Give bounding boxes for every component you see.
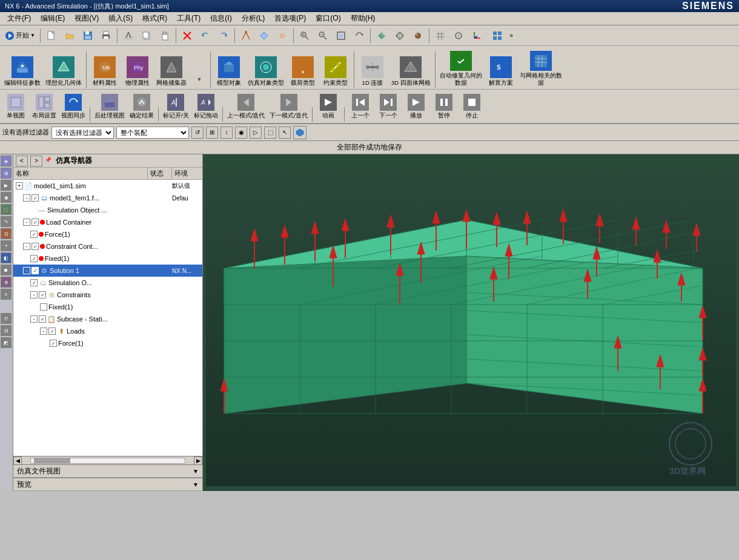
tree-item-force2[interactable]: Force(1) <box>13 337 202 349</box>
filter-icon-4[interactable]: ▷ <box>250 127 262 139</box>
checkbox-sol1[interactable] <box>31 267 39 274</box>
tree-item-fem[interactable]: - 🗂 model1_fem1.f... Defau <box>13 192 202 204</box>
nav-forward-btn[interactable]: > <box>30 156 42 166</box>
tree-item-fixed1[interactable]: Fixed(1) <box>13 252 202 265</box>
print-button[interactable] <box>98 27 114 44</box>
filter-icon-1[interactable]: ⊞ <box>206 127 218 139</box>
rotate-button[interactable] <box>351 27 368 44</box>
sidebar-icon-12[interactable]: ≡ <box>1 289 12 300</box>
menu-tools[interactable]: 工具(T) <box>172 12 205 25</box>
menu-window[interactable]: 窗口(O) <box>311 12 345 25</box>
expand-root[interactable]: + <box>16 182 23 189</box>
autofix-button[interactable]: 自动修复几何的数据 <box>438 49 484 88</box>
tree-item-constraints[interactable]: - ⊞ Constraints <box>13 289 202 301</box>
cube-icon[interactable] <box>293 126 307 139</box>
prev-btn[interactable]: 上一个 <box>347 91 374 122</box>
menu-insert[interactable]: 插入(S) <box>104 12 138 25</box>
zoom-out-button[interactable] <box>314 27 331 44</box>
1d-connect-button[interactable]: 1D 连接 <box>357 49 388 88</box>
expand-row1[interactable]: » <box>507 27 515 44</box>
tree-panel[interactable]: + 📄 model1_sim1.sim 默认值 - 🗂 model1_fem1.… <box>13 180 202 456</box>
single-view-button[interactable]: 单视图 <box>2 91 29 122</box>
pin-icon[interactable]: 📌 <box>45 157 53 165</box>
checkbox-fem[interactable] <box>31 194 39 202</box>
expand-fem[interactable]: - <box>23 194 30 202</box>
tree-item-subcase[interactable]: - 📋 Subcase - Stati... <box>13 313 202 325</box>
menu-format[interactable]: 格式(R) <box>138 12 172 25</box>
save-button[interactable] <box>79 27 96 44</box>
render-button[interactable] <box>409 27 426 44</box>
sim-file-view-panel[interactable]: 仿真文件视图 ▼ <box>13 464 202 478</box>
tree-item-root[interactable]: + 📄 model1_sim1.sim 默认值 <box>13 180 202 192</box>
expand-loads[interactable]: - <box>40 328 47 335</box>
tree-item-simobj2[interactable]: 🗂 Simulation O... <box>13 277 202 289</box>
sidebar-icon-1[interactable]: ◈ <box>1 156 12 166</box>
checkbox-loads[interactable] <box>48 328 56 335</box>
constraint-type-button[interactable]: 约束类型 <box>320 49 351 88</box>
postprocess-button[interactable]: 后处理视图 <box>93 91 127 122</box>
wireframe-button[interactable] <box>391 27 408 44</box>
expand-constraints[interactable]: - <box>30 291 38 298</box>
delete-button[interactable] <box>179 27 196 44</box>
revolve-button[interactable] <box>274 27 291 44</box>
sidebar-icon-4[interactable]: ◉ <box>1 192 12 203</box>
sidebar-icon-15[interactable]: ◩ <box>1 337 12 348</box>
mesh-collector-button[interactable]: 网格捕集器 <box>154 49 188 88</box>
grid-button[interactable] <box>432 27 449 44</box>
mesh-data-button[interactable]: 与网格相关的数据 <box>518 49 564 88</box>
sidebar-icon-10[interactable]: ⏺ <box>1 265 12 275</box>
menu-file[interactable]: 文件(F) <box>2 12 36 25</box>
next-mode-button[interactable]: 下一模式/迭代 <box>268 91 310 122</box>
menu-analysis[interactable]: 分析(L) <box>237 12 270 25</box>
edit-feature-button[interactable]: 编辑特征参数 <box>2 49 42 88</box>
hscroll-thumb[interactable] <box>34 458 70 463</box>
open-button[interactable] <box>61 27 78 44</box>
tree-item-simobj[interactable]: — Simulation Object ... <box>13 204 202 216</box>
checkbox-constraints[interactable] <box>39 291 46 298</box>
hscroll-right[interactable]: ▶ <box>194 456 202 465</box>
start-dropdown[interactable]: ▼ <box>30 33 35 38</box>
checkbox-constcont[interactable] <box>31 243 39 250</box>
play-btn[interactable]: 播放 <box>403 91 429 122</box>
undo-button[interactable] <box>197 27 214 44</box>
sidebar-icon-3[interactable]: ▶ <box>1 180 12 191</box>
layout-button[interactable]: 布局设置 <box>30 91 58 122</box>
sidebar-icon-6[interactable]: ✎ <box>1 216 12 227</box>
expand-subcase[interactable]: - <box>30 315 38 323</box>
snap-button[interactable] <box>450 27 467 44</box>
next-btn[interactable]: 下一个 <box>375 91 402 122</box>
stop-btn[interactable]: 停止 <box>459 91 485 122</box>
paste-button[interactable] <box>156 27 173 44</box>
tree-item-fixed2[interactable]: Fixed(1) <box>13 301 202 313</box>
tree-item-sol1[interactable]: - ⚙ Solution 1 NX N... <box>13 265 202 277</box>
expand-mesh[interactable]: ▼ <box>191 71 208 88</box>
checkbox-fixed1[interactable] <box>30 255 38 262</box>
tree-item-force1[interactable]: Force(1) <box>13 228 202 240</box>
sidebar-icon-14[interactable]: ⊟ <box>1 325 12 336</box>
menu-edit[interactable]: 编辑(E) <box>36 12 70 25</box>
hscroll-left[interactable]: ◀ <box>13 456 22 465</box>
tree-item-loads[interactable]: - ⬆ Loads <box>13 325 202 337</box>
sidebar-icon-2[interactable]: ⊞ <box>1 168 12 179</box>
mark-drag-button[interactable]: A 标记拖动 <box>192 91 220 122</box>
new-button[interactable] <box>43 27 60 44</box>
viewport[interactable]: 3D世界网 <box>203 154 739 491</box>
zoom-in-button[interactable] <box>296 27 313 44</box>
extra-button[interactable] <box>489 27 506 44</box>
filter-icon-3[interactable]: ◉ <box>235 127 247 139</box>
checkbox-subcase[interactable] <box>39 315 46 323</box>
copy-button[interactable] <box>138 27 155 44</box>
sidebar-icon-13[interactable]: ⏱ <box>1 313 12 324</box>
shaded-button[interactable] <box>373 27 390 44</box>
extrude-button[interactable] <box>256 27 273 44</box>
start-button[interactable]: 开始 ▼ <box>2 27 38 44</box>
expand-loadcont[interactable]: - <box>23 219 30 226</box>
assembly-dropdown[interactable]: 整个装配 <box>116 127 189 139</box>
sidebar-icon-8[interactable]: ⌖ <box>1 240 12 251</box>
filter-icon-5[interactable]: ⬚ <box>264 127 276 139</box>
menu-prefs[interactable]: 首选项(P) <box>270 12 311 25</box>
menu-info[interactable]: 信息(I) <box>205 12 236 25</box>
checkbox-force1[interactable] <box>30 231 38 238</box>
sketch-button[interactable] <box>237 27 254 44</box>
filter-dropdown[interactable]: 没有选择过滤器 <box>51 127 114 139</box>
